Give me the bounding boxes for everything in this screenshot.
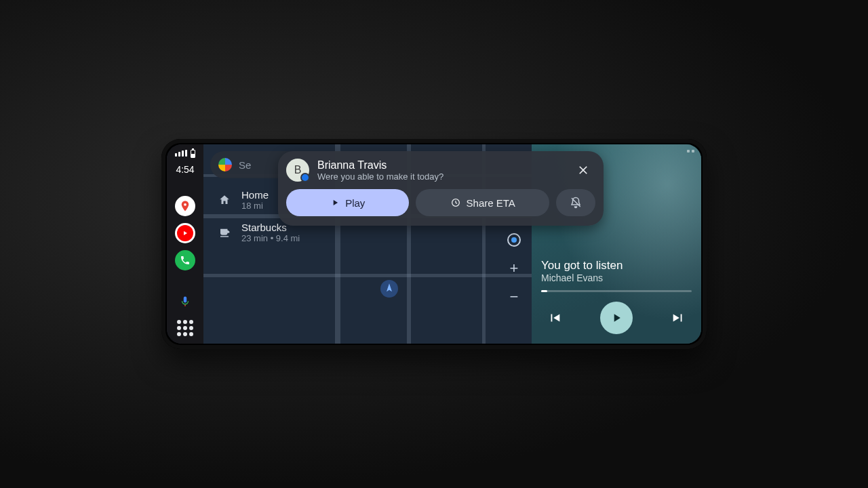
svg-point-0 <box>184 203 186 206</box>
bell-off-icon <box>570 197 582 209</box>
play-button-label: Play <box>345 197 365 209</box>
recenter-button[interactable] <box>505 230 524 249</box>
cafe-icon <box>217 225 232 240</box>
head-unit: 4:54 Se <box>161 139 707 349</box>
phone-app-icon[interactable] <box>175 250 195 270</box>
contact-avatar: B <box>286 159 309 182</box>
play-icon <box>330 198 340 207</box>
destination-subtitle: 23 min • 9.4 mi <box>241 233 300 243</box>
zoom-out-button[interactable]: − <box>505 287 524 306</box>
battery-icon <box>191 150 195 158</box>
map-controls: + − <box>505 230 524 306</box>
track-title: You got to listen <box>541 259 692 272</box>
maps-pin-icon <box>218 158 232 171</box>
message-preview: Were you able to make it today? <box>317 171 563 182</box>
media-overflow-icon[interactable] <box>687 150 694 152</box>
youtube-music-app-icon[interactable] <box>175 223 195 243</box>
search-placeholder: Se <box>239 159 251 171</box>
contact-name: Brianna Travis <box>317 159 563 171</box>
current-location-marker <box>380 280 398 298</box>
system-rail: 4:54 <box>167 144 203 344</box>
play-message-button[interactable]: Play <box>286 189 409 216</box>
status-icons <box>175 148 195 158</box>
content-area: Se Home 18 mi Starb <box>203 144 701 344</box>
share-eta-label: Share ETA <box>467 197 515 209</box>
previous-track-button[interactable] <box>541 304 568 331</box>
assistant-mic-icon[interactable] <box>175 291 195 312</box>
app-launcher-icon[interactable] <box>175 318 195 338</box>
now-playing: You got to listen Michael Evans <box>541 259 692 334</box>
zoom-in-button[interactable]: + <box>505 259 524 278</box>
playback-progress[interactable] <box>541 290 692 292</box>
destination-title: Home <box>241 189 269 201</box>
maps-app-icon[interactable] <box>175 196 195 216</box>
track-artist: Michael Evans <box>541 272 692 283</box>
close-icon <box>576 163 590 177</box>
share-eta-button[interactable]: Share ETA <box>416 189 549 216</box>
dismiss-notification-button[interactable] <box>571 158 595 182</box>
message-notification: B Brianna Travis Were you able to make i… <box>278 151 604 226</box>
share-eta-icon <box>450 197 461 208</box>
destination-subtitle: 18 mi <box>241 201 269 211</box>
screen: 4:54 Se <box>167 144 701 344</box>
mute-conversation-button[interactable] <box>556 189 595 216</box>
play-pause-button[interactable] <box>600 302 633 334</box>
home-icon <box>217 192 232 207</box>
app-shortcuts <box>175 196 195 285</box>
next-track-button[interactable] <box>665 304 692 331</box>
clock: 4:54 <box>176 164 194 175</box>
